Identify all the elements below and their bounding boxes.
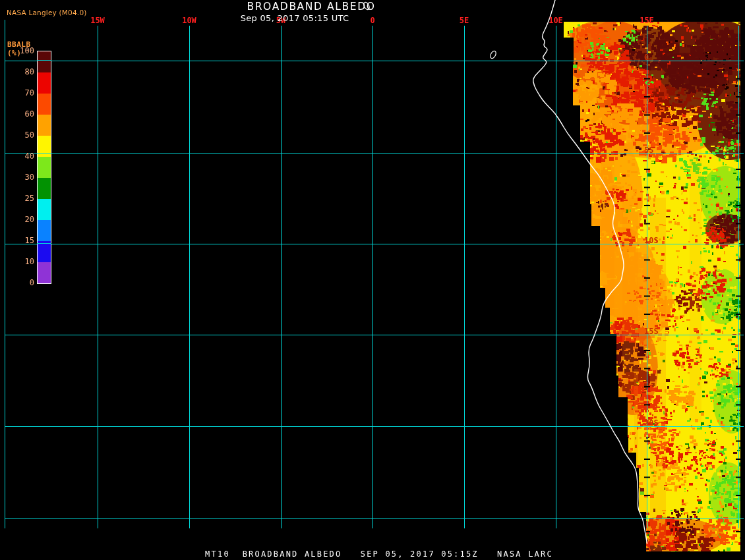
colorbar-segment [38,220,51,241]
colorbar-tick-label: 0 [7,278,34,287]
footer-caption: MT10 BROADBAND ALBEDO SEP 05, 2017 05:15… [205,549,553,559]
colorbar-tick-label: 60 [7,109,34,119]
source-label: NASA Langley (M04.0) [7,9,87,16]
colorbar-tick-label: 15 [7,236,34,245]
colorbar-segment [38,115,51,136]
colorbar-segment [38,51,51,72]
lat-label: 20S [644,418,659,428]
gridline-over-colorbar [37,60,51,61]
lon-label: 0 [370,16,374,25]
colorbar-segment [38,241,51,262]
lon-label: 10E [549,16,563,25]
albedo-map-window: NASA Langley (M04.0) BROADBAND ALBEDO Se… [0,0,745,560]
colorbar-segment [38,136,51,157]
colorbar-tick-label: 20 [7,215,34,224]
colorbar-segment [38,94,51,115]
lat-label: 5S [644,146,653,155]
lon-label: 15E [640,16,654,25]
colorbar-scale [37,51,51,284]
lat-label: 0 [644,53,649,62]
colorbar-tick-label: 25 [7,194,34,203]
lon-label: 10W [182,16,196,25]
colorbar-segment [38,199,51,220]
lat-label: 10S [644,236,659,245]
colorbar-tick-label: 50 [7,130,34,140]
colorbar-tick-label: 100 [7,46,34,55]
gridline-over-colorbar [37,153,51,154]
colorbar-segment [38,72,51,94]
lon-label: 15W [90,16,105,25]
colorbar-tick-label: 70 [7,88,34,98]
gridline-over-colorbar [37,243,51,244]
colorbar-tick-label: 40 [7,152,34,161]
colorbar-tick-label: 30 [7,173,34,182]
colorbar-tick-label: 10 [7,257,34,266]
page-title: BROADBAND ALBEDO [247,1,376,13]
colorbar-segment [38,262,51,283]
colorbar-segment [38,178,51,199]
albedo-map-canvas [0,0,745,560]
colorbar-tick-label: 80 [7,67,34,76]
lat-label: 15S [644,327,659,336]
lon-label: 5E [460,16,469,25]
timestamp-label: Sep 05, 2017 05:15 UTC [241,13,349,23]
colorbar-segment [38,157,51,178]
